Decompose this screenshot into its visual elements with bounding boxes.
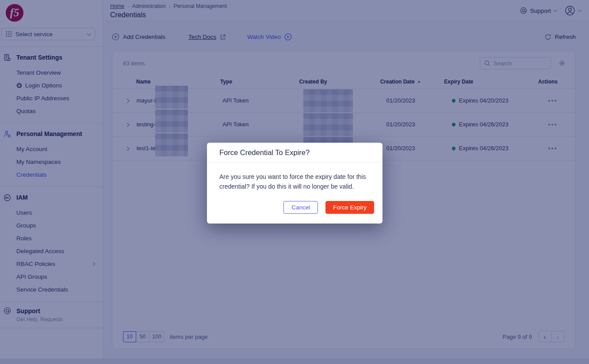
modal-title: Force Credential To Expire? (207, 143, 382, 163)
force-expiry-button[interactable]: Force Expiry (325, 201, 374, 214)
modal-message: Are you sure you want to force the expir… (207, 163, 382, 195)
force-expiry-modal: Force Credential To Expire? Are you sure… (207, 143, 382, 224)
cancel-button[interactable]: Cancel (283, 201, 318, 214)
